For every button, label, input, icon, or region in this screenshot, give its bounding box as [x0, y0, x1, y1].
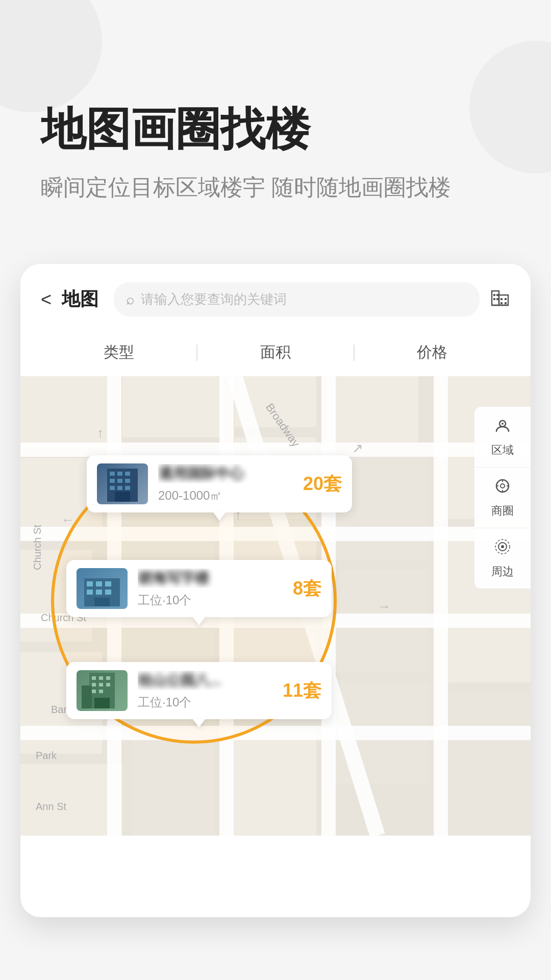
svg-rect-76: [125, 486, 130, 490]
filter-tab-area[interactable]: 面积: [197, 337, 353, 368]
property-image-3: [77, 670, 128, 711]
svg-rect-81: [105, 581, 111, 586]
property-card-2[interactable]: 碧海写字楼 工位·10个 8套: [66, 560, 332, 617]
property-image-1: [97, 463, 148, 504]
property-name-1: 通用国际中心: [158, 464, 293, 483]
property-detail-1: 200-1000㎡: [158, 487, 293, 504]
svg-rect-72: [117, 479, 122, 483]
svg-rect-33: [439, 693, 531, 836]
svg-rect-96: [94, 698, 110, 708]
svg-rect-73: [125, 479, 130, 483]
svg-rect-90: [106, 676, 110, 680]
svg-point-64: [501, 545, 504, 548]
svg-rect-41: [434, 376, 448, 836]
building-icon-button[interactable]: [490, 287, 510, 312]
svg-rect-71: [110, 479, 115, 483]
svg-rect-74: [110, 486, 115, 490]
svg-rect-3: [493, 294, 495, 296]
filter-tab-price[interactable]: 价格: [355, 337, 510, 368]
svg-point-57: [502, 423, 504, 425]
nearby-button[interactable]: 周边: [474, 528, 531, 589]
property-count-2: 8套: [293, 576, 321, 601]
svg-rect-15: [327, 376, 418, 443]
back-button[interactable]: <: [41, 289, 52, 310]
svg-rect-79: [87, 581, 93, 586]
property-image-2: [77, 568, 128, 609]
area-label: 区域: [491, 443, 514, 458]
svg-rect-89: [99, 676, 103, 680]
filter-tabs: 类型 面积 价格: [20, 327, 531, 376]
svg-rect-77: [115, 492, 130, 502]
nearby-icon: [493, 537, 512, 560]
svg-rect-93: [106, 683, 110, 687]
svg-rect-92: [99, 683, 103, 687]
svg-text:↑: ↑: [97, 425, 104, 440]
search-placeholder-text: 请输入您要查询的关键词: [141, 290, 287, 308]
search-bar[interactable]: ⌕ 请输入您要查询的关键词: [114, 282, 480, 316]
svg-rect-4: [496, 294, 498, 296]
nearby-label: 周边: [491, 564, 514, 579]
svg-rect-10: [505, 302, 507, 304]
svg-point-59: [500, 484, 505, 488]
svg-text:→: →: [378, 599, 391, 614]
business-circle-icon: [493, 477, 512, 499]
svg-rect-83: [96, 590, 102, 595]
svg-rect-94: [92, 690, 96, 693]
map-container[interactable]: Broadway Reade St Chamb... Park Ann St C…: [20, 376, 531, 836]
svg-rect-1: [499, 295, 508, 305]
property-card-3[interactable]: 桂山公园八... 工位·10个 11套: [66, 662, 332, 719]
property-detail-3: 工位·10个: [138, 694, 272, 710]
svg-rect-88: [92, 676, 96, 680]
svg-rect-84: [105, 590, 111, 595]
card-pointer-3: [193, 719, 205, 727]
svg-rect-75: [117, 486, 122, 490]
card-pointer-1: [213, 512, 226, 521]
property-count-1: 20套: [303, 472, 342, 497]
svg-rect-29: [133, 733, 214, 836]
app-header: < 地图 ⌕ 请输入您要查询的关键词: [20, 264, 531, 327]
svg-rect-9: [500, 302, 503, 304]
svg-rect-85: [94, 598, 110, 606]
svg-rect-5: [493, 298, 495, 300]
card-pointer-2: [193, 617, 205, 625]
svg-text:Ann St: Ann St: [36, 801, 66, 812]
svg-rect-68: [110, 472, 115, 476]
property-detail-2: 工位·10个: [138, 592, 283, 608]
svg-rect-70: [125, 472, 130, 476]
property-card-1[interactable]: 通用国际中心 200-1000㎡ 20套: [87, 455, 352, 512]
header-section: 地图画圈找楼 瞬间定位目标区域楼宇 随时随地画圈找楼: [0, 0, 551, 233]
svg-rect-6: [496, 298, 498, 300]
phone-mockup: < 地图 ⌕ 请输入您要查询的关键词 类型: [20, 264, 531, 917]
svg-rect-87: [82, 685, 92, 708]
svg-text:Park: Park: [36, 750, 57, 761]
svg-text:Church St: Church St: [32, 525, 43, 570]
property-name-3: 桂山公园八...: [138, 671, 272, 690]
svg-rect-34: [20, 443, 531, 457]
page-sub-title: 瞬间定位目标区域楼宇 随时随地画圈找楼: [41, 172, 510, 203]
svg-rect-13: [122, 376, 224, 437]
area-button[interactable]: 区域: [474, 407, 531, 468]
filter-tab-type[interactable]: 类型: [41, 337, 196, 368]
svg-rect-80: [96, 581, 102, 586]
map-side-buttons: 区域 商圈: [474, 407, 531, 589]
app-title: 地图: [62, 287, 98, 312]
svg-rect-37: [20, 726, 531, 740]
svg-rect-82: [87, 590, 93, 595]
property-info-1: 通用国际中心 200-1000㎡: [158, 464, 293, 504]
svg-text:↗: ↗: [352, 440, 363, 456]
property-name-2: 碧海写字楼: [138, 569, 283, 588]
area-icon: [493, 416, 512, 438]
property-info-3: 桂山公园八... 工位·10个: [138, 671, 272, 710]
svg-rect-95: [99, 690, 103, 693]
business-circle-label: 商圈: [491, 503, 514, 519]
page-main-title: 地图画圈找楼: [41, 102, 510, 156]
svg-rect-30: [224, 728, 316, 836]
property-count-3: 11套: [283, 678, 321, 703]
svg-rect-91: [92, 683, 96, 687]
svg-rect-69: [117, 472, 122, 476]
svg-rect-8: [505, 298, 507, 300]
business-circle-button[interactable]: 商圈: [474, 468, 531, 528]
svg-rect-7: [500, 298, 503, 300]
property-info-2: 碧海写字楼 工位·10个: [138, 569, 283, 608]
search-icon: ⌕: [126, 291, 135, 308]
